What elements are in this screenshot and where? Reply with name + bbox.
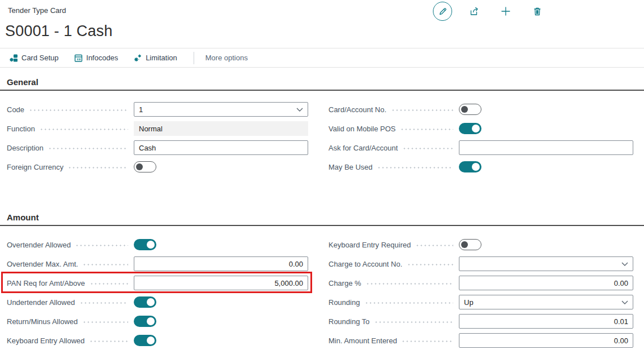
amount-right-column: Keyboard Entry Required Charge to Accoun… <box>328 235 633 350</box>
field-row-keyboard-entry-required: Keyboard Entry Required <box>328 235 633 254</box>
delete-button[interactable] <box>528 2 547 21</box>
toolbar-divider <box>194 52 194 64</box>
section-title: Amount <box>7 213 644 222</box>
dotted-leader <box>90 283 129 285</box>
action-toolbar: Card Setup Infocodes Limitation More opt… <box>0 48 644 68</box>
card-setup-icon <box>9 54 18 63</box>
trash-icon <box>532 6 542 16</box>
field-label: Valid on Mobile POS <box>328 125 396 133</box>
share-icon <box>469 6 480 17</box>
field-label: Card/Account No. <box>328 105 387 114</box>
field-label: PAN Req for Amt/Above <box>7 279 85 287</box>
overtender-max-amt-input[interactable] <box>134 256 308 271</box>
dotted-leader <box>366 283 453 285</box>
chevron-down-icon[interactable] <box>621 300 628 304</box>
field-label: Keyboard Entry Required <box>328 241 411 249</box>
field-row-may-be-used: May Be Used <box>328 157 633 176</box>
infocodes-label: Infocodes <box>86 54 118 62</box>
field-label: Description <box>7 144 43 152</box>
undertender-allowed-toggle[interactable] <box>134 296 156 308</box>
field-row-code: Code <box>7 100 308 119</box>
limitation-icon <box>133 54 142 63</box>
keyboard-entry-required-toggle[interactable] <box>459 239 481 250</box>
keyboard-entry-allowed-toggle[interactable] <box>134 335 156 346</box>
page-caption: Tender Type Card <box>8 6 66 15</box>
field-row-rounding-to: Rounding To <box>328 312 633 331</box>
dotted-leader <box>68 167 128 169</box>
field-row-pan-req-for-amt-above: PAN Req for Amt/Above <box>7 273 308 293</box>
chevron-down-icon[interactable] <box>296 108 303 112</box>
general-right-column: Card/Account No. Valid on Mobile POS <box>328 100 633 176</box>
share-button[interactable] <box>465 2 484 21</box>
tender-type-card-page: Tender Type Card S0001 - 1 Cash Card Set… <box>0 0 644 363</box>
return-minus-allowed-toggle[interactable] <box>134 316 156 327</box>
field-row-undertender-allowed: Undertender Allowed <box>7 293 308 312</box>
ask-for-card-account-input[interactable] <box>459 140 633 155</box>
code-combobox[interactable] <box>134 102 308 117</box>
section-amount: Amount Overtender Allowed Overtender Max… <box>0 213 644 350</box>
chevron-down-icon[interactable] <box>621 262 628 266</box>
field-label: Rounding <box>328 298 360 307</box>
dotted-leader <box>415 245 453 246</box>
dotted-leader <box>29 109 128 111</box>
edit-button[interactable] <box>433 2 452 21</box>
may-be-used-toggle[interactable] <box>459 161 481 172</box>
field-label: Foreign Currency <box>7 163 63 171</box>
dotted-leader <box>75 245 128 246</box>
pan-req-for-amt-above-input[interactable] <box>134 276 308 290</box>
overtender-allowed-toggle[interactable] <box>134 239 156 250</box>
dotted-leader <box>80 302 128 304</box>
field-row-charge-to-account-no: Charge to Account No. <box>328 254 633 273</box>
field-label: Rounding To <box>328 317 370 326</box>
field-label: Charge to Account No. <box>328 260 402 268</box>
dotted-leader <box>401 340 453 342</box>
dotted-leader <box>374 321 453 323</box>
field-label: Overtender Allowed <box>7 241 71 249</box>
field-label: Code <box>7 105 24 114</box>
new-button[interactable] <box>496 2 515 21</box>
description-input[interactable] <box>134 140 308 155</box>
charge-percent-input[interactable] <box>459 276 633 290</box>
field-row-min-amount-entered: Min. Amount Entered <box>328 331 633 350</box>
field-row-overtender-max-amt: Overtender Max. Amt. <box>7 254 308 273</box>
section-title: General <box>7 77 644 87</box>
dotted-leader <box>391 109 453 111</box>
dotted-leader <box>365 302 453 304</box>
dotted-leader <box>400 129 453 130</box>
infocodes-icon <box>74 54 83 63</box>
general-left-column: Code Function Normal <box>7 100 308 176</box>
field-label: May Be Used <box>328 163 373 171</box>
field-label: Overtender Max. Amt. <box>7 260 78 268</box>
code-input[interactable] <box>134 102 308 117</box>
field-label: Min. Amount Entered <box>328 337 397 345</box>
charge-to-account-no-input[interactable] <box>459 256 633 271</box>
dotted-leader <box>377 167 453 169</box>
min-amount-entered-input[interactable] <box>459 333 633 348</box>
field-row-charge-percent: Charge % <box>328 273 633 293</box>
card-setup-action[interactable]: Card Setup <box>9 54 59 63</box>
more-options-button[interactable]: More options <box>202 53 251 63</box>
field-label: Undertender Allowed <box>7 298 75 307</box>
dotted-leader <box>402 148 453 149</box>
card-account-no-toggle[interactable] <box>459 104 481 115</box>
dotted-leader <box>48 148 128 149</box>
rounding-to-input[interactable] <box>459 314 633 329</box>
valid-on-mobile-pos-toggle[interactable] <box>459 123 481 134</box>
page-title: S0001 - 1 Cash <box>5 23 112 40</box>
section-general: General Code Fu <box>0 77 644 176</box>
page-content: General Code Fu <box>0 68 644 350</box>
field-row-rounding: Rounding <box>328 293 633 312</box>
field-label: Ask for Card/Account <box>328 144 398 152</box>
limitation-action[interactable]: Limitation <box>133 54 177 63</box>
pencil-icon <box>438 7 448 16</box>
field-row-function: Function Normal <box>7 119 308 138</box>
dotted-leader <box>407 264 453 265</box>
rounding-input[interactable] <box>459 295 633 309</box>
amount-left-column: Overtender Allowed Overtender Max. Amt. <box>7 235 308 350</box>
rounding-combobox[interactable] <box>459 295 633 309</box>
foreign-currency-toggle[interactable] <box>134 161 156 172</box>
field-row-valid-on-mobile-pos: Valid on Mobile POS <box>328 119 633 138</box>
charge-to-account-no-combobox[interactable] <box>459 256 633 271</box>
infocodes-action[interactable]: Infocodes <box>74 54 118 63</box>
function-readonly-value: Normal <box>134 121 308 136</box>
